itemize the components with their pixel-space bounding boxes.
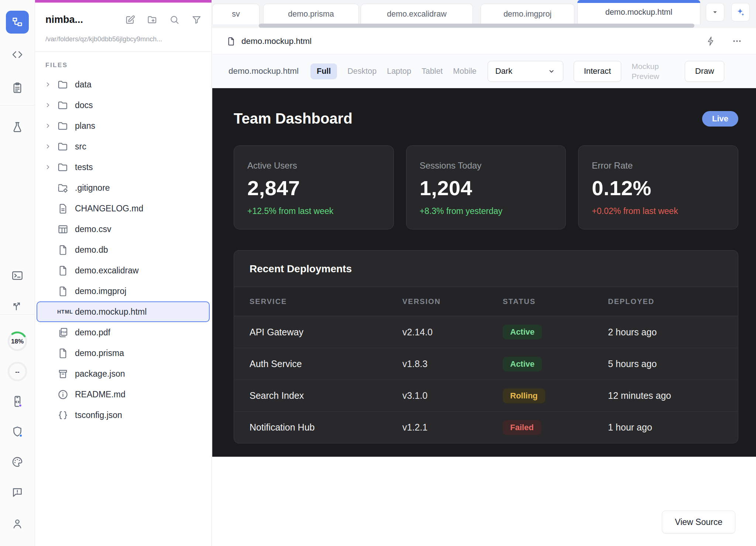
chevron-right-icon[interactable]	[45, 81, 57, 88]
rail-divider	[0, 105, 35, 106]
deployed-cell: 2 hours ago	[608, 327, 722, 338]
experiments-button[interactable]	[0, 121, 35, 134]
chevron-right-icon[interactable]	[45, 164, 57, 170]
stat-label: Sessions Today	[420, 160, 553, 171]
search-icon[interactable]	[169, 14, 180, 25]
table-row-notification-hub: Notification Hub v1.2.1 Failed 1 hour ag…	[234, 411, 738, 443]
tree-item-demo-prisma[interactable]: demo.prisma	[37, 343, 210, 363]
tree-item-label: plans	[75, 121, 95, 131]
secondary-progress-ring[interactable]: --	[0, 361, 35, 382]
interact-button[interactable]: Interact	[574, 61, 621, 82]
tree-item-src[interactable]: src	[37, 136, 210, 157]
recent-deployments-panel: Recent Deployments SERVICE VERSION STATU…	[234, 250, 738, 443]
tree-item-plans[interactable]: plans	[37, 115, 210, 136]
stat-value: 2,847	[247, 176, 380, 200]
tab-demo-csv[interactable]: sv	[212, 4, 260, 24]
chevron-right-icon[interactable]	[45, 122, 57, 129]
file-explorer-sidebar: nimba... /var/folders/qz/kjb0dbb56jlgbcy…	[35, 0, 212, 546]
mode-tablet[interactable]: Tablet	[422, 67, 443, 76]
stat-card-sessions-today: Sessions Today 1,204 +8.3% from yesterda…	[406, 145, 566, 229]
tree-item-label: README.md	[75, 390, 126, 400]
chevron-right-icon[interactable]	[45, 102, 57, 108]
tree-item-readme[interactable]: README.md	[37, 384, 210, 405]
sparkles-icon	[736, 7, 745, 17]
new-file-icon[interactable]	[125, 14, 135, 25]
security-button[interactable]	[0, 425, 35, 438]
toolbar-file-name: demo.mockup.html	[228, 66, 299, 76]
tab-label: sv	[232, 10, 240, 19]
editor-area: sv demo.prisma demo.excalidraw demo.imgp…	[212, 0, 756, 546]
tree-item-demo-excalidraw[interactable]: demo.excalidraw	[37, 260, 210, 281]
mode-laptop[interactable]: Laptop	[387, 67, 411, 76]
file-tree: data docs plans src tests .gitignore	[35, 72, 212, 425]
stat-delta: +8.3% from yesterday	[420, 206, 553, 216]
live-badge: Live	[702, 111, 738, 127]
tree-item-demo-csv[interactable]: demo.csv	[37, 219, 210, 239]
sidebar-header: nimba... /var/folders/qz/kjb0dbb56jlgbcy…	[35, 0, 212, 52]
tree-item-demo-imgproj[interactable]: demo.imgproj	[37, 281, 210, 301]
tab-demo-mockup-html[interactable]: demo.mockup.html	[577, 0, 700, 24]
mode-desktop[interactable]: Desktop	[347, 67, 377, 76]
tree-item-label: docs	[75, 100, 93, 110]
mode-mobile[interactable]: Mobile	[453, 67, 476, 76]
code-view-button[interactable]	[0, 48, 35, 61]
account-button[interactable]	[0, 518, 35, 530]
tab-label: demo.mockup.html	[605, 8, 673, 17]
tab-demo-prisma[interactable]: demo.prisma	[263, 4, 359, 24]
tree-item-label: demo.imgproj	[75, 286, 126, 296]
ai-assist-button[interactable]	[731, 3, 750, 21]
tree-item-demo-db[interactable]: demo.db	[37, 239, 210, 260]
file-icon	[57, 348, 75, 359]
chevron-right-icon[interactable]	[45, 143, 57, 150]
stat-delta: +0.02% from last week	[592, 206, 725, 216]
files-section-label: FILES	[35, 52, 212, 72]
feedback-button[interactable]	[0, 486, 35, 498]
tree-item-docs[interactable]: docs	[37, 95, 210, 115]
folder-icon	[57, 100, 75, 111]
person-icon	[11, 518, 24, 530]
version-cell: v2.14.0	[402, 327, 503, 338]
theme-button[interactable]	[0, 456, 35, 468]
tree-item-tests[interactable]: tests	[37, 157, 210, 177]
tasks-button[interactable]	[0, 82, 35, 94]
new-folder-icon[interactable]	[147, 14, 158, 25]
tree-item-demo-mockup-html[interactable]: HTML demo.mockup.html	[37, 301, 210, 322]
more-options-icon[interactable]	[732, 36, 742, 46]
device-preview-button[interactable]	[0, 395, 35, 408]
tab-label: demo.imgproj	[504, 10, 551, 19]
info-icon	[57, 389, 75, 400]
stat-cards: Active Users 2,847 +12.5% from last week…	[234, 145, 738, 229]
lightning-icon[interactable]	[706, 36, 716, 46]
tree-item-label: CHANGELOG.md	[75, 204, 143, 214]
tree-item-package-json[interactable]: package.json	[37, 363, 210, 384]
tab-demo-excalidraw[interactable]: demo.excalidraw	[361, 4, 473, 24]
html-file-icon: HTML	[57, 309, 75, 315]
deployed-cell: 1 hour ago	[608, 422, 722, 433]
table-row-search-index: Search Index v3.1.0 Rolling 12 minutes a…	[234, 380, 738, 411]
tree-item-data[interactable]: data	[37, 74, 210, 95]
app-logo[interactable]	[0, 11, 35, 34]
column-header: SERVICE	[250, 297, 402, 306]
stat-card-active-users: Active Users 2,847 +12.5% from last week	[234, 145, 394, 229]
tree-item-demo-pdf[interactable]: PDF demo.pdf	[37, 322, 210, 343]
flask-icon	[11, 121, 24, 134]
theme-select[interactable]: Dark	[488, 61, 563, 82]
tab-scrollbar[interactable]	[259, 24, 694, 28]
tree-item-gitignore[interactable]: .gitignore	[37, 177, 210, 198]
filter-icon[interactable]	[191, 14, 202, 25]
tab-list-dropdown-button[interactable]	[706, 3, 724, 21]
package-box-icon	[57, 368, 75, 380]
mode-full[interactable]: Full	[310, 63, 337, 79]
tree-item-changelog[interactable]: CHANGELOG.md	[37, 198, 210, 219]
usage-progress-ring[interactable]: 18%	[0, 331, 35, 352]
version-cell: v3.1.0	[402, 390, 503, 401]
tree-item-label: src	[75, 142, 86, 152]
terminal-button[interactable]	[0, 269, 35, 282]
tree-item-label: demo.excalidraw	[75, 266, 139, 276]
tab-demo-imgproj[interactable]: demo.imgproj	[481, 4, 574, 24]
branch-button[interactable]	[0, 299, 35, 311]
view-source-button[interactable]: View Source	[662, 511, 735, 533]
tree-item-tsconfig[interactable]: tsconfig.json	[37, 405, 210, 425]
document-icon	[57, 203, 75, 214]
draw-button[interactable]: Draw	[685, 61, 724, 82]
